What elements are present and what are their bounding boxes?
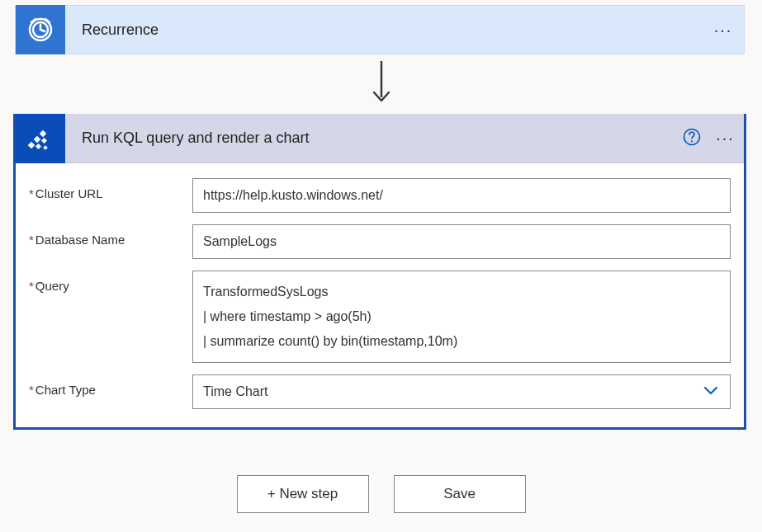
field-label-cluster-url: *Cluster URL	[29, 178, 192, 200]
svg-line-5	[45, 19, 50, 22]
chart-type-value: Time Chart	[203, 384, 268, 399]
svg-rect-7	[28, 141, 35, 148]
svg-rect-10	[35, 143, 41, 148]
action-menu-button[interactable]: ···	[707, 129, 744, 148]
field-cluster-url: *Cluster URL https://help.kusto.windows.…	[29, 178, 731, 213]
field-label-chart-type: *Chart Type	[29, 374, 192, 397]
help-icon[interactable]	[677, 128, 707, 148]
chart-type-select[interactable]: Time Chart	[192, 374, 731, 409]
new-step-button[interactable]: + New step	[237, 475, 369, 513]
svg-line-3	[40, 30, 45, 31]
clock-icon	[16, 5, 65, 54]
svg-point-14	[691, 140, 693, 142]
save-button[interactable]: Save	[394, 475, 526, 513]
action-header[interactable]: Run KQL query and render a chart ···	[16, 114, 744, 163]
chevron-down-icon	[702, 381, 720, 403]
field-label-query: *Query	[29, 271, 192, 293]
field-query: *Query TransformedSysLogs | where timest…	[29, 271, 731, 363]
trigger-menu-button[interactable]: ···	[703, 21, 744, 40]
query-input[interactable]: TransformedSysLogs | where timestamp > a…	[192, 271, 731, 363]
svg-rect-8	[34, 135, 40, 142]
action-body: *Cluster URL https://help.kusto.windows.…	[16, 163, 744, 427]
action-card-kql: Run KQL query and render a chart ··· *Cl…	[13, 114, 746, 430]
trigger-title: Recurrence	[65, 21, 703, 39]
cluster-url-input[interactable]: https://help.kusto.windows.net/	[192, 178, 731, 213]
action-title: Run KQL query and render a chart	[65, 129, 677, 147]
svg-rect-11	[41, 137, 47, 143]
field-database-name: *Database Name SampleLogs	[29, 224, 731, 259]
field-chart-type: *Chart Type Time Chart	[29, 374, 731, 409]
svg-rect-12	[43, 145, 48, 150]
data-explorer-icon	[16, 114, 65, 163]
field-label-database-name: *Database Name	[29, 224, 192, 247]
flow-arrow	[0, 54, 762, 112]
designer-footer: + New step Save	[0, 475, 762, 513]
svg-rect-9	[40, 129, 46, 136]
svg-line-4	[31, 19, 35, 22]
trigger-card-recurrence[interactable]: Recurrence ···	[15, 5, 745, 54]
database-name-input[interactable]: SampleLogs	[192, 224, 731, 259]
